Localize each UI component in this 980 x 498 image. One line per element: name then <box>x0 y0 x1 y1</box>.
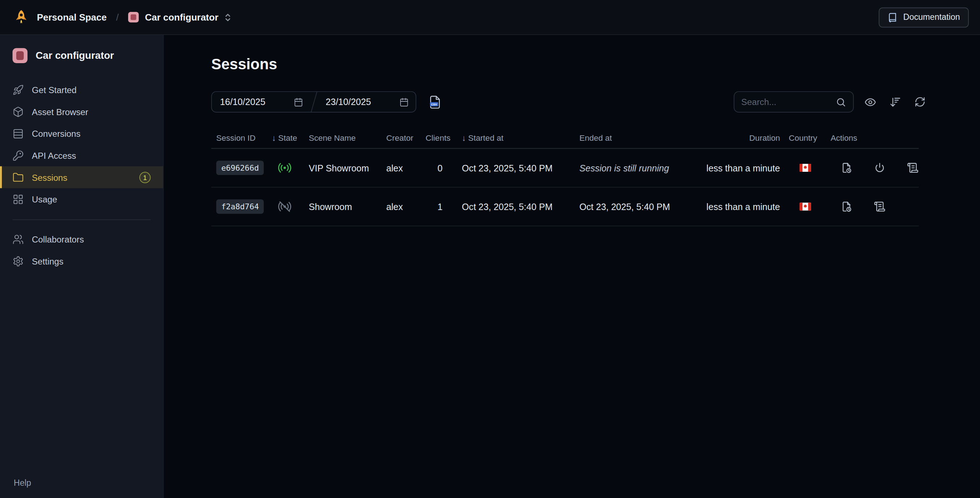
column-visibility-button[interactable] <box>864 95 877 108</box>
sidebar-item-api-access[interactable]: API Access <box>0 144 163 166</box>
file-clock-icon <box>840 200 852 213</box>
breadcrumb-separator: / <box>116 12 119 22</box>
session-id-chip[interactable]: e696266d <box>216 161 264 175</box>
box-icon <box>13 106 24 117</box>
nav-label-get-started: Get Started <box>32 85 76 95</box>
session-logs-button[interactable] <box>873 200 886 213</box>
sidebar-item-conversions[interactable]: Conversions <box>0 123 163 144</box>
search-icon <box>836 97 846 107</box>
nav-label-sessions: Sessions <box>32 172 67 182</box>
started-at: Oct 23, 2025, 5:40 PM <box>462 202 579 212</box>
search-box[interactable] <box>734 91 854 113</box>
page-title: Sessions <box>211 56 926 73</box>
sidebar-item-collaborators[interactable]: Collaborators <box>0 228 163 250</box>
state-offline-icon <box>277 200 292 214</box>
ended-at: Session is still running <box>579 163 698 173</box>
creator: alex <box>386 163 425 173</box>
sessions-count-badge: 1 <box>139 172 151 183</box>
started-at: Oct 23, 2025, 5:40 PM <box>462 163 579 173</box>
sidebar-item-asset-browser[interactable]: Asset Browser <box>0 101 163 123</box>
sort-descending-icon <box>889 96 901 108</box>
date-range-separator <box>310 92 318 112</box>
sidebar-nav: Get Started Asset Browser Conversions <box>0 74 163 272</box>
header-started-at[interactable]: ↓ Started at <box>462 133 579 143</box>
main-content: Sessions <box>164 35 980 498</box>
sidebar-item-get-started[interactable]: Get Started <box>0 79 163 101</box>
nav-label-api-access: API Access <box>32 151 76 161</box>
date-to-input[interactable] <box>326 97 396 107</box>
project-name[interactable]: Car configurator <box>145 12 219 22</box>
session-logs-button[interactable] <box>907 162 919 174</box>
sidebar-project-title: Car configurator <box>36 50 114 61</box>
terminate-session-button[interactable] <box>873 162 886 174</box>
logs-icon <box>907 162 918 174</box>
sidebar-item-sessions[interactable]: Sessions 1 <box>0 166 163 188</box>
rows-icon <box>13 128 24 139</box>
nav-label-usage: Usage <box>32 194 57 204</box>
calendar-icon[interactable] <box>399 97 409 107</box>
rocket-icon <box>13 84 24 95</box>
workspace-name[interactable]: Personal Space <box>37 12 107 22</box>
canada-flag-icon <box>799 202 811 211</box>
logs-icon <box>873 200 886 213</box>
date-from-input[interactable] <box>220 97 290 107</box>
nav-label-settings: Settings <box>32 256 64 266</box>
sort-button[interactable] <box>889 95 901 108</box>
project-icon <box>128 12 138 22</box>
header-actions: Actions <box>821 133 919 143</box>
canada-flag-icon <box>799 164 811 172</box>
header-duration[interactable]: Duration <box>698 133 780 143</box>
creator: alex <box>386 202 425 212</box>
nav-label-conversions: Conversions <box>32 129 81 138</box>
sidebar: Car configurator Get Started <box>0 35 164 498</box>
filters-bar: CSV <box>211 91 926 113</box>
session-id-chip[interactable]: f2a8d764 <box>216 200 264 214</box>
ended-at: Oct 23, 2025, 5:40 PM <box>579 202 698 212</box>
date-to-field[interactable] <box>318 92 416 112</box>
header-ended-at[interactable]: Ended at <box>579 133 698 143</box>
documentation-label: Documentation <box>903 13 960 22</box>
svg-text:CSV: CSV <box>431 102 438 106</box>
sidebar-project-header: Car configurator <box>0 35 163 74</box>
power-icon <box>873 162 886 174</box>
header-clients[interactable]: Clients <box>426 133 462 143</box>
calendar-icon[interactable] <box>294 97 303 107</box>
duration: less than a minute <box>698 202 780 212</box>
state-live-icon <box>277 161 292 175</box>
export-csv-button[interactable]: CSV <box>430 95 441 108</box>
documentation-button[interactable]: Documentation <box>879 7 969 27</box>
sidebar-item-usage[interactable]: Usage <box>0 188 163 210</box>
session-details-button[interactable] <box>840 200 853 213</box>
nav-label-collaborators: Collaborators <box>32 234 84 244</box>
table-header-row: Session ID ↓ State Scene Name Creator Cl… <box>211 127 919 149</box>
session-details-button[interactable] <box>840 162 853 174</box>
session-row-1: e696266d VIP Showroom alex 0 Oct 23, 202… <box>211 149 919 187</box>
header-scene-name[interactable]: Scene Name <box>309 133 387 143</box>
header-creator[interactable]: Creator <box>386 133 425 143</box>
clients-count: 0 <box>426 163 455 173</box>
header-country: Country <box>780 133 821 143</box>
csv-file-icon: CSV <box>430 95 441 108</box>
clients-count: 1 <box>426 202 455 212</box>
refresh-button[interactable] <box>913 95 926 108</box>
app-logo-rocket-icon[interactable] <box>13 8 30 25</box>
grid-icon <box>13 193 24 205</box>
header-state[interactable]: ↓ State <box>272 133 309 143</box>
users-icon <box>13 234 24 245</box>
folder-icon <box>13 172 24 183</box>
search-input[interactable] <box>741 97 832 107</box>
scene-name: Showroom <box>309 202 387 212</box>
session-row-2: f2a8d764 Showroom alex 1 Oct 23, 2025, 5… <box>211 188 919 226</box>
file-clock-icon <box>840 162 852 174</box>
date-from-field[interactable] <box>212 92 310 112</box>
project-avatar <box>13 48 28 63</box>
project-switcher-chevron-icon[interactable] <box>224 12 232 22</box>
date-range-picker <box>211 91 416 113</box>
header-session-id[interactable]: Session ID <box>211 133 272 143</box>
sidebar-item-settings[interactable]: Settings <box>0 250 163 272</box>
help-link[interactable]: Help <box>14 478 31 487</box>
gear-icon <box>13 256 24 267</box>
nav-label-asset-browser: Asset Browser <box>32 107 88 116</box>
sidebar-divider <box>13 220 151 220</box>
app-root: Personal Space / Car configurator Docume… <box>0 0 980 498</box>
